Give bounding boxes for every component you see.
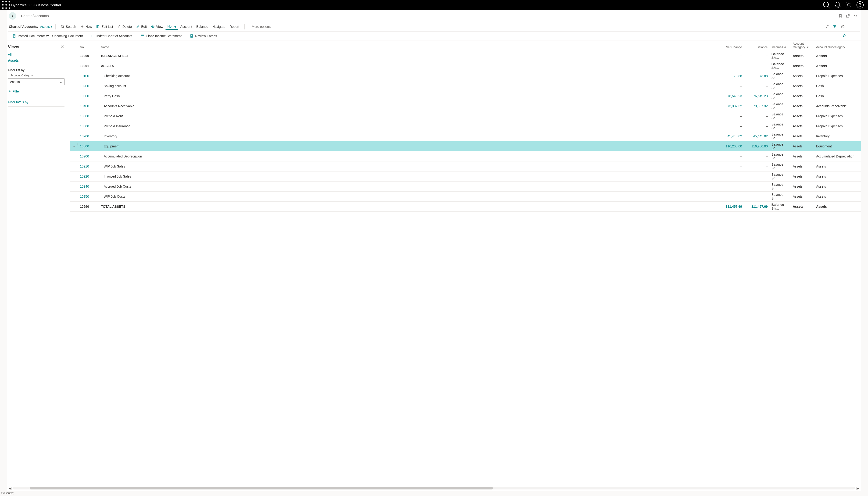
svg-point-5 — [9, 4, 10, 5]
new-button[interactable]: New — [78, 24, 94, 29]
table-row[interactable]: →⋮10800Equipment116,200.00116,200.00Bala… — [70, 141, 861, 151]
table-row[interactable]: 10400Accounts Receivable73,337.3273,337.… — [70, 101, 861, 111]
account-no-link[interactable]: 10600 — [80, 124, 89, 128]
subcategory-value: Accounts Receivable — [814, 101, 861, 111]
table-row[interactable]: 10000BALANCE SHEET––Balance Sh…AssetsAss… — [70, 51, 861, 61]
account-no-link[interactable]: 10950 — [80, 195, 89, 198]
balance-value: -73.88 — [744, 71, 770, 81]
category-value: Assets — [791, 161, 814, 171]
account-tab[interactable]: Account — [179, 24, 194, 29]
svg-rect-32 — [141, 35, 144, 37]
table-row[interactable]: 10920Invoiced Job Sales––Balance Sh…Asse… — [70, 171, 861, 182]
share-icon[interactable] — [824, 24, 830, 30]
account-name: Petty Cash — [99, 91, 718, 101]
net-change-value: 311,457.69 — [718, 202, 744, 212]
account-no-link[interactable]: 10920 — [80, 174, 89, 178]
scroll-left-icon[interactable]: ◀ — [9, 486, 12, 490]
account-no-link[interactable]: 10300 — [80, 94, 89, 98]
net-change-value: – — [718, 151, 744, 161]
table-row[interactable]: 10100Checking account-73.88-73.88Balance… — [70, 71, 861, 81]
account-no-link[interactable]: 10500 — [80, 114, 89, 118]
add-filter-button[interactable]: ＋ Filter... — [8, 89, 64, 93]
col-name[interactable]: Name — [99, 41, 718, 51]
table-row[interactable]: 10900Accumulated Depreciation––Balance S… — [70, 151, 861, 161]
account-no-link[interactable]: 10800 — [80, 144, 89, 148]
review-entries-button[interactable]: Review Entries — [188, 33, 219, 39]
horizontal-scrollbar[interactable]: ◀ ▶ — [7, 485, 861, 491]
navigate-tab[interactable]: Navigate — [211, 24, 227, 29]
category-value: Assets — [791, 151, 814, 161]
net-change-value: -73.88 — [718, 71, 744, 81]
subcategory-value: Assets — [814, 202, 861, 212]
more-options[interactable]: More options — [250, 24, 273, 29]
filter-totals-button[interactable]: Filter totals by... — [8, 98, 64, 107]
svg-point-8 — [9, 7, 10, 9]
close-income-button[interactable]: Close Income Statement — [139, 33, 183, 39]
table-row[interactable]: 10950WIP Job Costs––Balance Sh…AssetsAss… — [70, 191, 861, 202]
notifications-icon[interactable] — [833, 0, 842, 10]
pin-icon[interactable] — [842, 34, 846, 38]
table-row[interactable]: 10001ASSETS––Balance Sh…AssetsAssets — [70, 61, 861, 71]
settings-icon[interactable] — [844, 0, 853, 10]
report-tab[interactable]: Report — [228, 24, 241, 29]
account-no-link[interactable]: 10400 — [80, 104, 89, 108]
collapse-icon[interactable] — [852, 12, 859, 20]
indent-button[interactable]: Indent Chart of Accounts — [90, 33, 134, 39]
view-button[interactable]: View — [149, 24, 165, 29]
delete-button[interactable]: Delete — [115, 24, 134, 29]
row-menu-icon[interactable]: ⋮ — [76, 143, 79, 146]
svg-point-4 — [5, 4, 7, 5]
balance-value: – — [744, 121, 770, 131]
account-name: Prepaid Rent — [99, 111, 718, 121]
view-item-menu-icon[interactable]: ⋮ — [61, 59, 64, 62]
subcategory-value: Assets — [814, 191, 861, 202]
view-item-assets[interactable]: Assets ⋮ — [8, 58, 64, 64]
scroll-right-icon[interactable]: ▶ — [856, 486, 859, 490]
filter-chip[interactable]: Account Category — [8, 74, 64, 77]
col-subcategory[interactable]: Account Subcategory — [814, 41, 861, 51]
balance-tab[interactable]: Balance — [195, 24, 210, 29]
col-net-change[interactable]: Net Change — [718, 41, 744, 51]
table-row[interactable]: 10700Inventory45,445.0245,445.02Balance … — [70, 131, 861, 141]
help-icon[interactable] — [856, 0, 864, 10]
info-icon[interactable] — [839, 24, 846, 30]
bookmark-icon[interactable] — [837, 12, 844, 20]
account-name: Inventory — [99, 131, 718, 141]
search-button[interactable]: Search — [59, 24, 78, 29]
search-icon[interactable] — [822, 0, 831, 10]
filter-icon[interactable] — [832, 24, 838, 30]
table-row[interactable]: 10500Prepaid Rent––Balance Sh…AssetsPrep… — [70, 111, 861, 121]
table-row[interactable]: 10990TOTAL ASSETS311,457.69311,457.69Bal… — [70, 202, 861, 212]
filter-value-select[interactable]: Assets ⌄ — [8, 78, 64, 85]
app-launcher-icon[interactable] — [2, 1, 10, 9]
close-views-icon[interactable]: ✕ — [61, 44, 64, 50]
edit-list-button[interactable]: Edit List — [94, 24, 115, 29]
account-name: WIP Job Costs — [99, 191, 718, 202]
col-balance[interactable]: Balance — [744, 41, 770, 51]
income-balance-value: Balance Sh… — [770, 191, 791, 202]
col-category[interactable]: Account Category ▼ — [791, 41, 814, 51]
edit-button[interactable]: Edit — [134, 24, 149, 29]
back-button[interactable] — [9, 12, 16, 20]
table-row[interactable]: 10940Accrued Job Costs––Balance Sh…Asset… — [70, 182, 861, 191]
home-tab[interactable]: Home — [166, 24, 178, 30]
account-no-link[interactable]: 10200 — [80, 84, 89, 88]
view-dropdown[interactable]: Assets▾ — [40, 25, 52, 29]
view-item-all[interactable]: All — [8, 52, 64, 58]
account-name: Invoiced Job Sales — [99, 171, 718, 182]
account-no-link[interactable]: 10100 — [80, 74, 89, 78]
page-header: Chart of Accounts — [7, 10, 861, 22]
account-no-link[interactable]: 10700 — [80, 134, 89, 138]
table-row[interactable]: 10200Saving account––Balance Sh…AssetsCa… — [70, 81, 861, 91]
table-row[interactable]: 10910WIP Job Sales––Balance Sh…AssetsAss… — [70, 161, 861, 171]
table-row[interactable]: 10600Prepaid Insurance––Balance Sh…Asset… — [70, 121, 861, 131]
subcategory-value: Assets — [814, 51, 861, 61]
posted-documents-button[interactable]: Posted Documents w…t Incoming Document — [11, 33, 85, 39]
account-no-link[interactable]: 10940 — [80, 185, 89, 188]
popout-icon[interactable] — [844, 12, 852, 20]
col-no[interactable]: No. — [78, 41, 99, 51]
account-no-link[interactable]: 10910 — [80, 165, 89, 168]
table-row[interactable]: 10300Petty Cash76,549.2376,549.23Balance… — [70, 91, 861, 101]
col-income[interactable]: Income/Ba… — [770, 41, 791, 51]
account-no-link[interactable]: 10900 — [80, 154, 89, 158]
